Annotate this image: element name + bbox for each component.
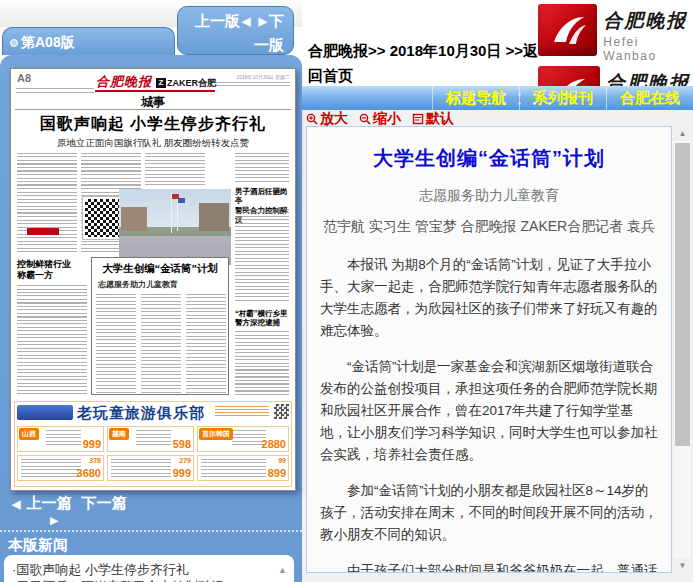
text-placeholder xyxy=(186,294,226,394)
ad-deal-price-small: 378 xyxy=(89,457,101,464)
text-placeholder xyxy=(21,459,81,477)
hefei-wanbao-logo-mark-icon xyxy=(538,4,597,56)
text-placeholder xyxy=(111,459,171,477)
ad-deal-price-small: 99 xyxy=(278,457,286,464)
masthead-brand: ZAKER合肥 xyxy=(167,78,216,88)
ad-deal-price: 2880 xyxy=(262,438,286,450)
text-placeholder xyxy=(216,82,290,87)
newspaper-page-image[interactable]: A8 合肥晚报ZZAKER合肥 城事 2018年10月30日 星期二 国歌声响起… xyxy=(10,68,296,491)
site-logo[interactable]: 合肥晚报 Hefei Wanbao xyxy=(538,4,693,64)
nav-button-hefei-online[interactable]: 合肥在线 xyxy=(606,86,693,110)
ad-deal-price: 999 xyxy=(173,467,191,479)
page-nav-tab: 上一版◀ ▶下一版 xyxy=(177,6,294,55)
ad-deal-price: 999 xyxy=(83,438,101,450)
ad-deal: 378 3680 xyxy=(17,455,104,481)
text-placeholder xyxy=(96,294,136,394)
featured-article-subtitle: 志愿服务助力儿童教育 xyxy=(98,279,224,290)
next-article-arrow-icon[interactable]: ▶ xyxy=(50,514,58,527)
article-scrollbar[interactable]: ▲ ▼ xyxy=(674,126,691,573)
ad-deal-destination: 山西 xyxy=(19,428,39,440)
zoom-in-icon xyxy=(306,113,318,125)
prev-article-arrow-icon[interactable]: ◀ xyxy=(12,498,20,510)
text-placeholder xyxy=(235,209,289,301)
toolbar-sparkle-decoration xyxy=(452,90,572,106)
ad-deal: 山西 999 xyxy=(17,426,104,452)
text-placeholder xyxy=(215,406,269,418)
ad-deal: 首尔韩国 2880 xyxy=(197,426,289,452)
masthead-title: 合肥晚报 xyxy=(96,74,152,89)
text-size-controls: 放大 缩小 默认 xyxy=(306,112,454,126)
ad-deal-price: 3680 xyxy=(77,467,101,479)
text-placeholder xyxy=(17,153,77,255)
prev-article-link[interactable]: 上一篇 xyxy=(26,494,71,511)
next-page-arrow-icon[interactable]: ▶ xyxy=(257,15,269,27)
newspaper-masthead: 合肥晚报ZZAKER合肥 xyxy=(91,72,221,91)
left-panel: A8 合肥晚报ZZAKER合肥 城事 2018年10月30日 星期二 国歌声响起… xyxy=(0,55,302,582)
divider xyxy=(0,530,302,532)
article-paragraph: “金话筒”计划是一家基金会和滨湖新区烟墩街道联合发布的公益创投项目，承担这项任务… xyxy=(320,356,658,466)
article-title: 大学生创编“金话筒”计划 xyxy=(307,145,671,172)
page-news-section-title: 本版新闻 xyxy=(8,536,68,555)
newspaper-subhead: 原地立正面向国旗行队礼 朋友圈纷纷转发点赞 xyxy=(11,137,295,150)
page-tab-label: 第A08版 xyxy=(21,34,75,50)
logo-text: 合肥晚报 xyxy=(600,66,690,88)
article-nav: ◀上一篇下一篇 xyxy=(12,494,136,513)
page: 第A08版 上一版◀ ▶下一版 A8 合肥晚报ZZAKER合肥 城事 2018年… xyxy=(0,0,693,582)
next-article-link[interactable]: 下一篇 xyxy=(81,494,126,511)
newspaper-featured-article[interactable]: 大学生创编“金话筒”计划 志愿服务助力儿童教育 xyxy=(91,257,229,395)
photo-flagpole xyxy=(171,193,172,233)
article-paragraph: 由于孩子们大部分时间是和爷爷奶奶在一起，普通话不太标准，大学生志愿者从纠正小朋友… xyxy=(320,560,658,573)
ad-logo xyxy=(17,405,73,420)
text-placeholder xyxy=(145,153,205,185)
list-scroll-up-icon[interactable]: ▲ xyxy=(278,562,287,579)
newspaper-main-headline[interactable]: 国歌声响起 小学生停步齐行礼 xyxy=(11,114,295,135)
site-logo-duplicate-inner: 合肥晚报 xyxy=(538,66,693,88)
ad-deal-price-small: 279 xyxy=(179,457,191,464)
text-placeholder xyxy=(201,459,266,477)
ad-deal: 279 999 xyxy=(107,455,194,481)
article-body: 本报讯 为期8个月的“金话筒”计划，见证了大手拉小手、大家一起走，合肥师范学院行… xyxy=(307,254,671,573)
article-byline: 范宇航 实习生 管宝梦 合肥晚报 ZAKER合肥记者 袁兵 xyxy=(307,218,671,236)
hefei-wanbao-logo-mark-icon xyxy=(538,66,600,88)
list-item[interactable]: ·国歌声响起 小学生停步齐行礼 xyxy=(12,561,274,578)
prev-page-arrow-icon[interactable]: ◀ xyxy=(240,15,252,27)
text-placeholder xyxy=(141,294,181,394)
ad-deal-price: 598 xyxy=(173,438,191,450)
text-placeholder xyxy=(17,285,87,395)
scroll-up-icon[interactable]: ▲ xyxy=(674,126,691,141)
ad-deal-destination: 越南 xyxy=(109,428,129,440)
ad-deal-destination: 首尔韩国 xyxy=(199,428,233,440)
text-placeholder xyxy=(235,331,289,395)
ad-deal: 99 899 xyxy=(197,455,289,481)
newspaper-story-headline[interactable]: 控制鲜猪行业 称霸一方 xyxy=(17,259,87,282)
header-rule xyxy=(15,109,291,110)
photo-building xyxy=(121,207,147,231)
newspaper-dateline: 2018年10月30日 星期二 xyxy=(216,74,290,87)
prev-page-link[interactable]: 上一版 xyxy=(195,12,240,29)
featured-article-title: 大学生创编“金话筒”计划 xyxy=(96,262,224,276)
scroll-down-icon[interactable]: ▼ xyxy=(674,558,691,573)
article-paragraph: 参加“金话筒”计划的小朋友都是欣园社区8～14岁的孩子，活动安排在周末，不同的时… xyxy=(320,480,658,546)
breadcrumb[interactable]: 合肥晚报>> 2018年10月30日 >>返回首页 xyxy=(308,38,548,88)
ad-deal-price: 899 xyxy=(268,467,286,479)
newspaper-story-headline[interactable]: “村霸”横行乡里 警方深挖逮捕 xyxy=(235,309,293,328)
logo-english-name: Hefei Wanbao xyxy=(603,35,693,63)
zaker-logo-icon: Z xyxy=(156,78,166,88)
article-scroll-region[interactable]: 大学生创编“金话筒”计划 志愿服务助力儿童教育 范宇航 实习生 管宝梦 合肥晚报… xyxy=(306,126,672,573)
photo-building xyxy=(199,203,229,231)
ad-deal: 越南 598 xyxy=(107,426,194,452)
masthead-rule xyxy=(95,90,215,92)
newspaper-photo xyxy=(119,189,231,265)
page-bullet-icon xyxy=(10,39,18,47)
list-item[interactable]: ·男子酒后狂砸岗亭警民合力控制醉汉 xyxy=(12,578,274,582)
page-tab[interactable]: 第A08版 xyxy=(2,27,175,55)
default-size-icon xyxy=(412,113,424,125)
ad-qr-code xyxy=(274,404,289,419)
ad-title: 老玩童旅游俱乐部 xyxy=(77,404,205,423)
article-subtitle: 志愿服务助力儿童教育 xyxy=(307,187,671,205)
newspaper-date: 2018年10月30日 星期二 xyxy=(236,74,290,80)
text-placeholder xyxy=(136,430,171,448)
article-paragraph: 本报讯 为期8个月的“金话筒”计划，见证了大手拉小手、大家一起走，合肥师范学院行… xyxy=(320,254,658,342)
scrollbar-thumb[interactable] xyxy=(675,143,690,446)
site-logo-duplicate: 合肥晚报 xyxy=(538,66,693,88)
